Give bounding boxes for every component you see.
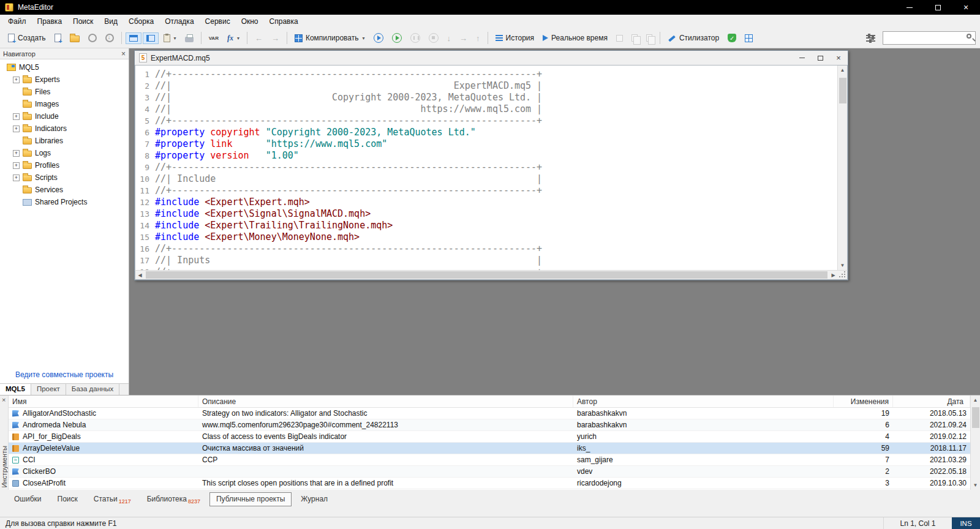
paste-button[interactable]: ▾ [160,32,180,45]
toolbox-tab[interactable]: Ошибки [7,492,48,506]
realtime-button[interactable]: Реальное время [539,31,611,45]
editor-maximize-button[interactable] [811,51,829,65]
debug-start-button[interactable] [388,31,405,45]
tree-item[interactable]: Libraries [0,135,129,147]
menu-item[interactable]: Сборка [123,15,159,28]
search-input[interactable] [883,31,976,45]
debug-pause-button[interactable] [407,31,424,45]
toggle-toolbox-button[interactable] [143,32,159,44]
table-row[interactable]: AlligatorAndStochasticStrategy on two in… [9,408,970,419]
toolbox-scroll-up-icon[interactable]: ▲ [971,396,980,405]
editor-close-button[interactable]: × [829,51,848,65]
toolbox-close-icon[interactable]: × [2,396,6,403]
snippets-button[interactable]: VAR [205,33,222,43]
menu-item[interactable]: Отладка [159,15,199,28]
horizontal-scroll-thumb[interactable] [146,271,827,279]
snapshot-button[interactable] [643,32,656,44]
scroll-down-icon[interactable]: ▼ [838,261,847,270]
history-button[interactable]: История [492,31,538,45]
toolbox-vertical-tab[interactable]: Инструменты [1,446,8,488]
table-row[interactable]: ClickerBOvdev22022.05.18 [9,466,970,478]
navigate-back-button[interactable]: ← [251,31,266,45]
code-editor[interactable]: 1//+------------------------------------… [135,66,837,270]
close-button[interactable]: × [952,0,980,15]
storage-commit-button[interactable] [85,31,100,45]
verify-button[interactable] [724,31,740,45]
menu-item[interactable]: Окно [236,15,264,28]
tree-item[interactable]: +Scripts [0,171,129,184]
resize-grip-icon[interactable] [838,271,847,279]
editor-minimize-button[interactable] [793,51,811,65]
expand-icon[interactable]: + [13,126,20,132]
navigator-tab[interactable]: MQL5 [0,384,31,395]
table-row[interactable]: API_for_BigDealsClass of access to event… [9,431,970,443]
toggle-navigator-button[interactable] [126,32,141,44]
step-over-button[interactable]: → [456,31,471,45]
toolbox-tab[interactable]: Статьи1217 [87,492,138,506]
toolbox-scroll-thumb[interactable] [972,407,979,428]
tree-item[interactable]: +Include [0,110,129,122]
menu-item[interactable]: Файл [2,15,32,28]
toolbox-scroll-down-icon[interactable]: ▼ [971,481,980,490]
table-row[interactable]: Andromeda Nebulawww.mql5.comenforum29623… [9,419,970,431]
toolbox-tab[interactable]: Публичные проекты [209,492,292,506]
navigate-forward-button[interactable]: → [268,31,283,45]
tree-item[interactable]: +Experts [0,73,129,86]
debug-market-button[interactable] [370,31,387,45]
expand-icon[interactable]: + [13,174,20,181]
scroll-up-icon[interactable]: ▲ [838,66,847,75]
copy-button[interactable] [628,32,641,44]
tree-item[interactable]: Services [0,184,129,196]
tree-item[interactable]: Files [0,86,129,98]
menu-item[interactable]: Справка [264,15,304,28]
column-header-name[interactable]: Имя [9,396,198,407]
metrics-button[interactable] [741,32,756,45]
navigator-close-icon[interactable]: × [121,50,126,58]
stop-stream-button[interactable] [612,32,627,44]
tree-item[interactable]: +Profiles [0,159,129,171]
tree-item[interactable]: +Logs [0,147,129,159]
toolbox-scrollbar[interactable]: ▲ ▼ [970,396,980,490]
column-header-changes[interactable]: Изменения [834,396,893,407]
expand-icon[interactable]: + [13,162,20,169]
table-row[interactable]: CloseAtProfitThis script closes open pos… [9,478,970,489]
toolbox-tab[interactable]: Журнал [294,492,334,506]
navigator-tab[interactable]: Проект [31,384,66,395]
column-header-desc[interactable]: Описание [198,396,573,407]
expand-icon[interactable]: + [13,150,20,157]
styler-button[interactable]: Стилизатор [664,31,723,45]
tree-item[interactable]: Shared Projects [0,196,129,208]
minimize-button[interactable] [895,0,924,15]
menu-item[interactable]: Поиск [67,15,99,28]
new-window-button[interactable] [51,31,65,45]
menu-item[interactable]: Вид [99,15,123,28]
column-header-date[interactable]: Дата [893,396,970,407]
shared-projects-link[interactable]: Ведите совместные проекты [0,370,129,379]
functions-button[interactable]: fx▾ [224,31,243,45]
expand-icon[interactable]: + [13,113,20,120]
menu-item[interactable]: Сервис [200,15,236,28]
tree-root-mql5[interactable]: MQL5 [0,61,129,73]
compile-button[interactable]: Компилировать▾ [291,31,369,45]
toolbox-tab[interactable]: Библиотека8237 [140,492,207,506]
editor-vertical-scrollbar[interactable]: ▲ ▼ [837,66,847,270]
step-into-button[interactable]: ↓ [443,31,455,45]
tree-item[interactable]: +Indicators [0,122,129,135]
scroll-right-icon[interactable]: ▶ [829,272,838,278]
table-row[interactable]: ArrayDeleteValueОчистка массива от значе… [9,443,970,454]
tree-item[interactable]: Images [0,98,129,110]
settings-button[interactable] [862,32,879,45]
step-out-button[interactable]: ↑ [472,31,484,45]
menu-item[interactable]: Правка [32,15,68,28]
print-button[interactable] [181,32,197,45]
editor-horizontal-scrollbar[interactable]: ◀ ▶ [135,270,848,280]
toolbox-tab[interactable]: Поиск [51,492,85,506]
vertical-scroll-thumb[interactable] [839,78,846,103]
navigator-tab[interactable]: База данных [66,384,120,395]
debug-stop-button[interactable] [425,31,442,45]
search-icon[interactable] [967,34,971,39]
editor-window-titlebar[interactable]: 5 ExpertMACD.mq5 × [135,51,848,65]
open-button[interactable] [66,31,83,45]
column-header-author[interactable]: Автор [573,396,834,407]
storage-update-button[interactable] [102,31,118,45]
